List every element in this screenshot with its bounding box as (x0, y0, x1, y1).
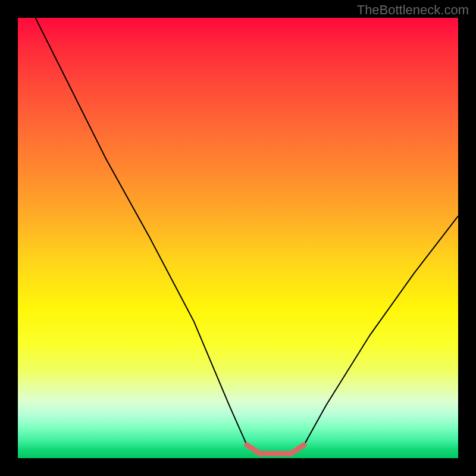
watermark-text: TheBottleneck.com (357, 2, 469, 18)
bottleneck-curve-path (36, 18, 458, 454)
chart-svg (18, 18, 458, 458)
highlight-band-path (247, 445, 304, 454)
chart-plot-area (18, 18, 458, 458)
